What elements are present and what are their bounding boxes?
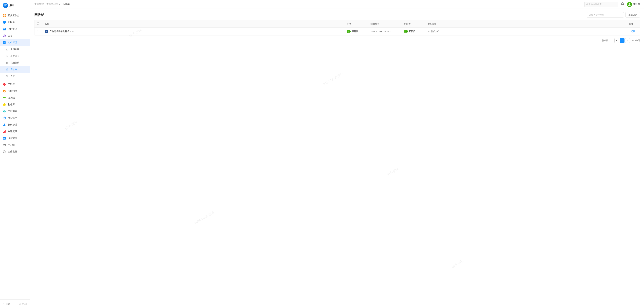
sidebar-item-product-repo-label: 制品库 [8, 103, 15, 106]
sidebar-item-doc-list-label: 文档列表 [10, 48, 19, 51]
row-name-cell: W 产品需求规格说明书.docx [42, 28, 344, 36]
app-logo: 演 [3, 3, 8, 8]
workbench-icon [3, 14, 6, 17]
pagination-page-1[interactable]: 1 [620, 38, 624, 43]
sidebar-item-code-repo-label: 代码库 [8, 83, 15, 86]
sidebar: 演 演示 我的工作台 项目集 项目管理 [0, 0, 30, 308]
pagination-next[interactable] [625, 38, 630, 43]
breadcrumb-doc-base[interactable]: 文档基线库 [46, 3, 61, 6]
sidebar-item-k8s[interactable]: K8S管理 [0, 115, 30, 122]
page-title: 回收站 [34, 12, 44, 17]
recycle-table: 名称 作者 删除时间 删除者 所在位置 操作 W 产品需求规格说明书.docx [34, 20, 640, 36]
sidebar-footer[interactable]: 收起 菜单设置 [0, 301, 30, 307]
table-header-row: 名称 作者 删除时间 删除者 所在位置 操作 [34, 20, 640, 28]
workflow-icon [3, 136, 6, 140]
col-name: 名称 [42, 20, 344, 28]
sidebar-nav: 我的工作台 项目集 项目管理 Wiki [0, 11, 30, 300]
svg-rect-1 [4, 14, 6, 16]
sidebar-item-project-mgmt[interactable]: 项目管理 [0, 26, 30, 32]
user-name: 郭新英 [633, 3, 640, 6]
sidebar-item-product-repo[interactable]: 制品库 [0, 101, 30, 108]
sidebar-item-user-group[interactable]: 用户组 [0, 142, 30, 148]
col-checkbox [34, 20, 42, 28]
svg-point-23 [5, 144, 6, 145]
row-action-cell: 还原 [626, 28, 640, 36]
sidebar-item-doc-mgmt[interactable]: 文档管理 [0, 39, 30, 46]
pagination-size: 15 条/页 [632, 39, 640, 42]
chevron-down-icon [59, 3, 61, 6]
pagination-total-label: 总条数： 1 [602, 39, 612, 42]
row-delete-time-cell: 2024-12-30 13:43:47 [368, 28, 401, 36]
header-search-input[interactable] [584, 2, 618, 7]
pagination-prev[interactable] [614, 38, 619, 43]
svg-rect-20 [5, 130, 6, 133]
header: 文档管理 / 文档基线库 / 回收站 郭新英 [30, 0, 644, 9]
breadcrumb-sep1: / [45, 3, 46, 6]
col-author: 作者 [344, 20, 368, 28]
doc-list-icon [6, 48, 9, 51]
author-avatar [347, 30, 350, 33]
sidebar-footer-area: 收起 菜单设置 [0, 300, 30, 308]
favorites-icon [6, 61, 9, 64]
sidebar-item-favorites[interactable]: 我的收藏 [0, 59, 30, 66]
col-delete-by: 删除者 [401, 20, 425, 28]
doc-mgmt-icon [3, 41, 6, 44]
row-delete-by-cell: 郭新英 [401, 28, 425, 36]
wiki-icon [3, 34, 6, 38]
sidebar-item-project-mgmt-label: 项目管理 [8, 28, 17, 30]
col-delete-time: 删除时间 [368, 20, 401, 28]
sidebar-item-settings[interactable]: 设置 [0, 73, 30, 80]
sidebar-logo: 演 演示 [0, 0, 30, 11]
page-actions: 批量还原 [587, 12, 640, 18]
sidebar-item-enterprise[interactable]: 企业设置 [0, 148, 30, 155]
sidebar-item-settings-label: 设置 [10, 75, 15, 78]
select-all-checkbox[interactable] [37, 22, 39, 25]
table-body: W 产品需求规格说明书.docx 郭新英 2024-12-30 13:43:47… [34, 28, 640, 36]
svg-rect-19 [4, 131, 5, 133]
sidebar-item-recycle-label: 回收站 [10, 68, 17, 71]
sidebar-item-test-mgmt-label: 测试管理 [8, 123, 17, 126]
recent-icon [6, 54, 9, 58]
user-group-icon [3, 143, 6, 146]
pipeline-icon [3, 96, 6, 100]
author-name: 郭新英 [352, 30, 358, 33]
delete-time: 2024-12-30 13:43:47 [370, 30, 391, 33]
svg-rect-2 [3, 16, 4, 17]
sidebar-item-recycle[interactable]: 回收站 [0, 66, 30, 73]
enterprise-icon [3, 150, 6, 153]
sidebar-item-user-group-label: 用户组 [8, 144, 15, 146]
breadcrumb-current: 回收站 [64, 3, 70, 6]
sidebar-item-doc-list[interactable]: 文档列表 [0, 46, 30, 52]
sidebar-item-test-mgmt[interactable]: 测试管理 [0, 122, 30, 128]
file-search-input[interactable] [587, 12, 624, 18]
batch-restore-button[interactable]: 批量还原 [626, 12, 640, 18]
notification-bell[interactable] [621, 2, 624, 6]
app-name: 演示 [10, 4, 14, 7]
project-mgmt-icon [3, 28, 6, 31]
sidebar-item-recent[interactable]: 最近访问 [0, 52, 30, 59]
restore-button[interactable]: 还原 [631, 30, 635, 33]
sidebar-item-host-deploy[interactable]: 主机部署 [0, 108, 30, 115]
sidebar-item-efficiency[interactable]: 效能度量 [0, 128, 30, 135]
row-checkbox[interactable] [37, 30, 39, 32]
sidebar-item-wiki[interactable]: Wiki [0, 32, 30, 39]
pagination: 总条数： 1 1 15 条/页 [34, 36, 640, 43]
sidebar-item-workbench[interactable]: 我的工作台 [0, 12, 30, 19]
menu-settings-label: 菜单设置 [19, 302, 28, 305]
svg-rect-16 [4, 104, 5, 104]
sidebar-item-projects[interactable]: 项目集 [0, 19, 30, 26]
sidebar-item-workflow[interactable]: 流程审批 [0, 135, 30, 142]
svg-rect-0 [3, 14, 4, 16]
sidebar-item-code-scan[interactable]: 代码扫描 [0, 88, 30, 94]
sidebar-item-code-repo[interactable]: 代码库 [0, 81, 30, 88]
file-name: 产品需求规格说明书.docx [50, 30, 74, 33]
sidebar-item-efficiency-label: 效能度量 [8, 130, 17, 133]
code-scan-icon [3, 90, 6, 93]
breadcrumb-doc-mgmt[interactable]: 文档管理 [34, 3, 44, 6]
table-header: 名称 作者 删除时间 删除者 所在位置 操作 [34, 20, 640, 28]
breadcrumb-sep2: / [62, 3, 62, 6]
sidebar-item-pipeline[interactable]: 流水线 [0, 94, 30, 101]
user-avatar[interactable]: 郭新英 [627, 2, 640, 7]
row-author-cell: 郭新英 [344, 28, 368, 36]
row-location-cell: /01需求文档 [425, 28, 626, 36]
